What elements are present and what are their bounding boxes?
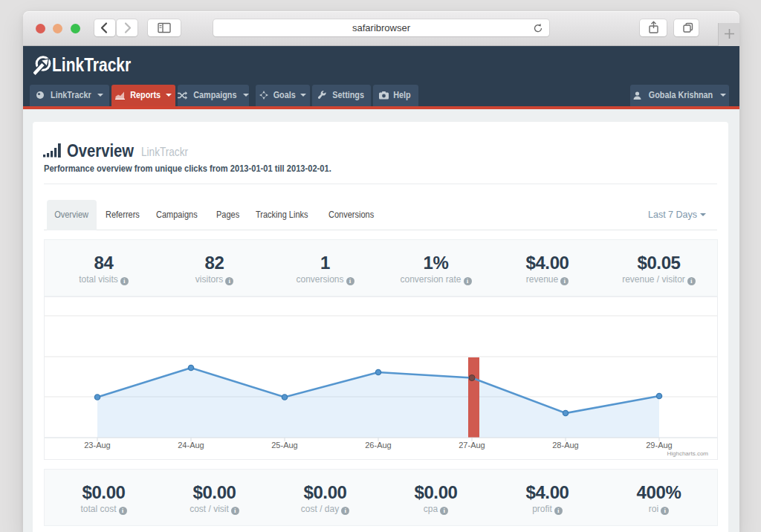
svg-text:26-Aug: 26-Aug <box>365 441 391 450</box>
svg-text:27-Aug: 27-Aug <box>459 441 485 450</box>
svg-text:23-Aug: 23-Aug <box>84 441 110 450</box>
svg-text:24-Aug: 24-Aug <box>178 441 204 450</box>
svg-text:Highcharts.com: Highcharts.com <box>667 450 708 457</box>
svg-text:28-Aug: 28-Aug <box>552 441 578 450</box>
svg-text:29-Aug: 29-Aug <box>646 441 672 450</box>
svg-text:25-Aug: 25-Aug <box>271 441 297 450</box>
